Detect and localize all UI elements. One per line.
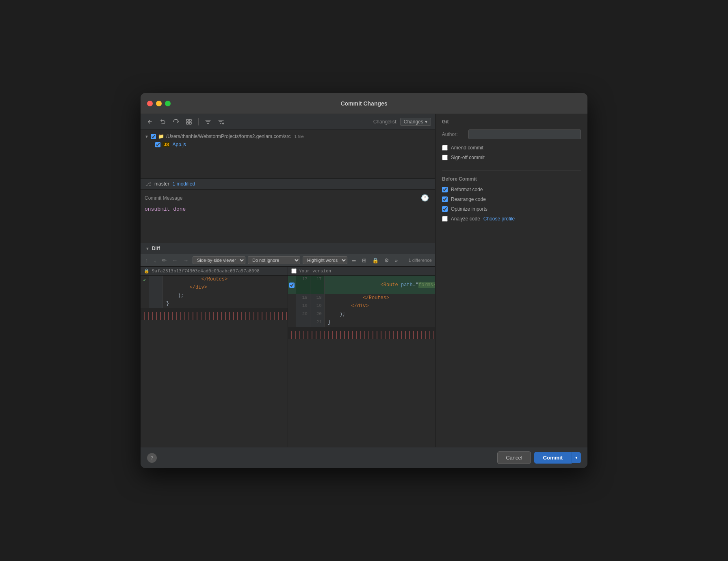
line-num-left: 17	[296, 276, 310, 294]
analyze-option: Analyze code Choose profile	[442, 216, 581, 222]
diff-left-panel[interactable]: 🔒 9afa2313b13f74303e4ad0c09aabc037a97a80…	[141, 267, 288, 447]
optimize-checkbox[interactable]	[442, 206, 448, 212]
svg-rect-0	[186, 119, 188, 121]
line-num	[149, 300, 163, 308]
sort-btn[interactable]	[216, 117, 226, 126]
signoff-option-row: Sign-off commit	[442, 155, 581, 160]
help-button[interactable]: ?	[147, 453, 157, 463]
diff-line: }	[141, 300, 288, 308]
before-commit-title: Before Commit	[442, 176, 581, 182]
group-btn[interactable]	[184, 117, 194, 126]
commit-button-group: Commit ▾	[534, 452, 581, 464]
commit-message-section: Commit Message 🕐 onsubmit done	[141, 190, 435, 243]
diff-line: 20 20 );	[288, 311, 435, 319]
file-tree: ▼ 📁 /Users/thanhle/WebstormProjects/form…	[141, 130, 435, 179]
line-content: }	[325, 319, 435, 327]
diff-more-btn[interactable]: »	[393, 257, 399, 264]
branch-name: master	[154, 181, 169, 187]
cancel-button[interactable]: Cancel	[497, 451, 531, 464]
lock-icon: 🔒	[144, 268, 150, 274]
optimize-option: Optimize imports	[442, 206, 581, 212]
line-content: );	[163, 292, 288, 300]
line-num	[149, 276, 163, 284]
reformat-checkbox[interactable]	[442, 187, 448, 192]
author-input[interactable]	[468, 129, 581, 139]
amend-option-row: Amend commit	[442, 145, 581, 151]
rearrange-label: Rearrange code	[451, 196, 486, 202]
line-content: }	[163, 300, 288, 308]
diff-prev-btn[interactable]: ↑	[144, 257, 150, 264]
close-button[interactable]	[147, 101, 153, 106]
changelist-dropdown[interactable]: Changes ▾	[400, 118, 431, 126]
wavy-separator-right	[288, 327, 435, 339]
filter-btn[interactable]	[203, 117, 213, 126]
diff-equalizer-btn[interactable]: ⚌	[350, 257, 358, 264]
amend-label: Amend commit	[451, 145, 483, 151]
diff-line: 18 18 </Routes>	[288, 294, 435, 302]
choose-profile-link[interactable]: Choose profile	[483, 216, 515, 222]
toolbar-separator	[198, 118, 199, 125]
refresh-btn[interactable]	[171, 117, 181, 126]
folder-checkbox[interactable]	[151, 134, 156, 139]
line-num-right: 17	[310, 276, 325, 294]
right-panel-checkbox[interactable]	[291, 268, 297, 274]
line-content: </Routes>	[163, 276, 288, 284]
titlebar: Commit Changes	[141, 93, 587, 114]
svg-rect-2	[186, 122, 188, 124]
line-content: </div>	[163, 284, 288, 292]
diff-back-btn[interactable]: ←	[171, 257, 179, 264]
diff-header: ▼ Diff	[141, 243, 435, 254]
minimize-button[interactable]	[156, 101, 162, 106]
ignore-select[interactable]: Do not ignore Ignore whitespaces	[248, 256, 300, 264]
diff-right-label: Your version	[299, 269, 331, 274]
commit-history-btn[interactable]: 🕐	[419, 193, 431, 203]
svg-rect-3	[189, 122, 191, 124]
line-num	[149, 284, 163, 292]
commit-changes-dialog: Commit Changes	[141, 93, 587, 468]
undo-btn[interactable]	[158, 117, 168, 126]
rearrange-checkbox[interactable]	[442, 196, 448, 202]
analyze-checkbox[interactable]	[442, 216, 448, 222]
file-checkbox[interactable]	[155, 142, 160, 147]
svg-rect-1	[189, 119, 191, 121]
file-type-badge: JS	[162, 142, 170, 147]
section-divider	[442, 170, 581, 170]
green-check-icon: ✔	[143, 277, 146, 283]
line-content: </div>	[325, 302, 435, 311]
diff-line: 21 }	[288, 319, 435, 327]
branch-icon: ⎇	[145, 181, 151, 187]
highlight-select[interactable]: Highlight words Highlight lines	[303, 256, 347, 264]
modified-count: 1 modified	[173, 181, 195, 187]
diff-lock-btn[interactable]: 🔒	[370, 257, 380, 264]
file-row[interactable]: JS App.js	[141, 140, 435, 149]
viewer-select[interactable]: Side-by-side viewer Unified viewer	[193, 256, 245, 264]
line-num-left: 20	[296, 311, 310, 319]
commit-message-input[interactable]: onsubmit done	[145, 205, 431, 238]
line-content: </Routes>	[325, 294, 435, 302]
commit-dropdown-arrow[interactable]: ▾	[572, 452, 581, 463]
optimize-label: Optimize imports	[451, 206, 488, 212]
amend-checkbox[interactable]	[442, 145, 448, 151]
diff-columns-btn[interactable]: ⊞	[360, 257, 368, 264]
maximize-button[interactable]	[165, 101, 171, 106]
line-num-left: 18	[296, 294, 310, 302]
diff-next-btn[interactable]: ↓	[152, 257, 158, 264]
commit-message-header: Commit Message 🕐	[145, 193, 431, 203]
commit-button[interactable]: Commit	[534, 452, 572, 464]
line-num-right: 18	[310, 294, 325, 302]
main-content: Changelist: Changes ▾ ▼ 📁 /Users/thanhle…	[141, 114, 587, 447]
back-changes-btn[interactable]	[145, 117, 155, 126]
diff-settings-btn[interactable]: ⚙	[383, 257, 391, 264]
signoff-checkbox[interactable]	[442, 155, 448, 160]
author-label: Author:	[442, 132, 464, 137]
line-content: <Route path="forms/:for...	[325, 276, 435, 294]
line-content: );	[325, 311, 435, 319]
diff-right-panel[interactable]: Your version 17 17 <Rout	[288, 267, 435, 447]
diff-fwd-btn[interactable]: →	[182, 257, 190, 264]
author-row: Author:	[442, 129, 581, 139]
tree-folder-row[interactable]: ▼ 📁 /Users/thanhle/WebstormProjects/form…	[141, 132, 435, 140]
analyze-label: Analyze code	[451, 216, 480, 222]
diff-left-header: 🔒 9afa2313b13f74303e4ad0c09aabc037a97a80…	[141, 267, 288, 276]
line-checkbox[interactable]	[289, 283, 295, 288]
diff-edit-btn[interactable]: ✏	[160, 257, 168, 264]
